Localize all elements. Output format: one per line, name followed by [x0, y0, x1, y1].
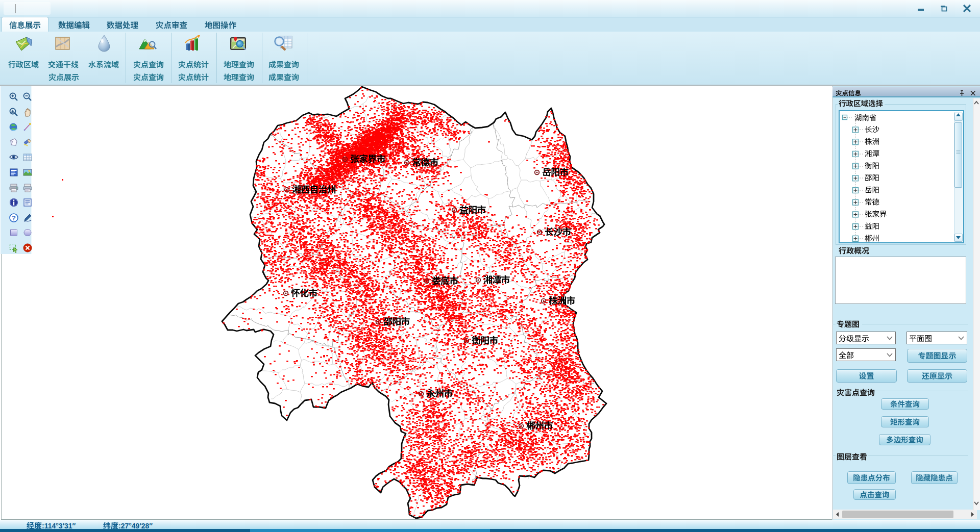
svg-text:?: ? — [12, 214, 16, 222]
